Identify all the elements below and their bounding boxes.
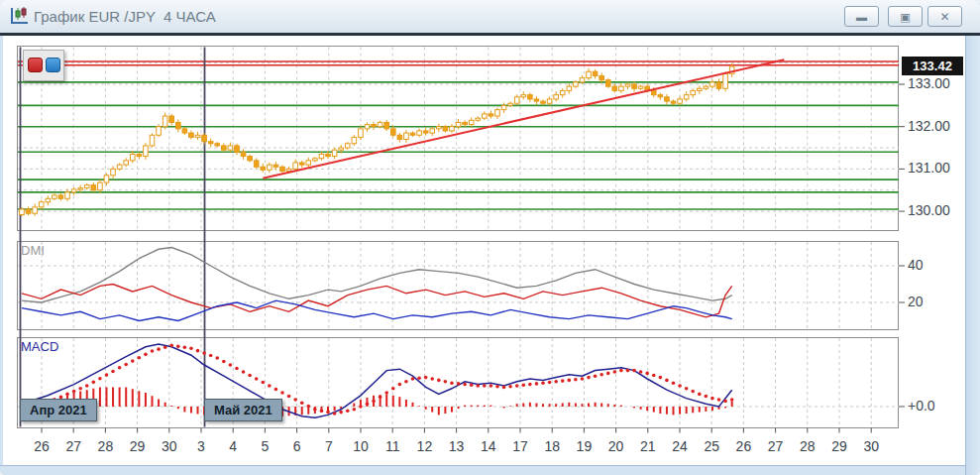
- x-axis-label: 3: [184, 438, 218, 454]
- x-axis-label: 14: [472, 438, 505, 454]
- x-axis-label: 4: [216, 438, 250, 454]
- dmi-indicator-label: DMI: [21, 243, 45, 258]
- window-frame-bottom[interactable]: [0, 465, 980, 475]
- x-axis-label: 17: [503, 438, 537, 454]
- x-axis-label: 29: [822, 438, 856, 454]
- x-axis-label: 5: [248, 438, 281, 454]
- dmi-panel[interactable]: [17, 241, 899, 330]
- x-axis-label: 27: [56, 438, 90, 454]
- month-badge-april: Апр 2021: [20, 399, 97, 421]
- titlebar-divider: [0, 33, 980, 36]
- dmi-axis-label: 40: [908, 257, 965, 273]
- x-axis-label: 26: [25, 438, 58, 454]
- window-frame-left: [0, 36, 3, 475]
- macd-axis-label: +0.0: [908, 398, 965, 414]
- window-frame-right[interactable]: [965, 36, 980, 475]
- price-axis-label: 133.00: [908, 75, 965, 91]
- chart-window: График EUR /JPY 4 ЧАСА ▬ ▣ ✕ DMI MACD 13…: [0, 0, 980, 475]
- candlestick-chart-icon: [9, 7, 29, 26]
- x-axis-label: 13: [440, 438, 474, 454]
- titlebar[interactable]: График EUR /JPY 4 ЧАСА ▬ ▣ ✕: [0, 0, 980, 33]
- x-axis-label: 30: [854, 438, 888, 454]
- chart-toolbar: [23, 50, 64, 81]
- x-axis-label: 10: [344, 438, 378, 454]
- price-axis-label: 132.00: [908, 118, 965, 134]
- x-axis-label: 6: [280, 438, 314, 454]
- dmi-axis-label: 20: [908, 294, 965, 309]
- macd-indicator-label: MACD: [21, 339, 58, 354]
- x-axis-label: 29: [121, 438, 155, 454]
- window-title: График EUR /JPY 4 ЧАСА: [34, 0, 216, 33]
- x-axis-label: 12: [407, 438, 441, 454]
- blue-square-button[interactable]: [46, 58, 60, 72]
- minimize-button[interactable]: ▬: [844, 6, 879, 27]
- x-axis-label: 28: [88, 438, 122, 454]
- red-square-button[interactable]: [28, 58, 43, 72]
- x-axis-label: 24: [663, 438, 697, 454]
- month-badge-may: Май 2021: [204, 399, 282, 421]
- x-axis-label: 26: [726, 438, 760, 454]
- close-button[interactable]: ✕: [927, 6, 962, 27]
- price-panel[interactable]: [17, 46, 899, 231]
- x-axis-label: 19: [567, 438, 600, 454]
- x-axis-label: 25: [695, 438, 728, 454]
- x-axis-label: 11: [376, 438, 409, 454]
- maximize-button[interactable]: ▣: [888, 6, 923, 27]
- x-axis-label: 7: [312, 438, 346, 454]
- price-axis-label: 130.00: [908, 202, 965, 218]
- macd-panel[interactable]: [17, 337, 899, 428]
- x-axis-label: 28: [791, 438, 824, 454]
- price-axis-label: 131.00: [908, 160, 965, 176]
- x-axis-label: 30: [153, 438, 186, 454]
- x-axis-label: 21: [631, 438, 665, 454]
- x-axis-label: 18: [535, 438, 569, 454]
- x-axis-label: 20: [599, 438, 633, 454]
- x-axis-label: 27: [759, 438, 793, 454]
- last-price-badge: 133.42: [902, 57, 963, 75]
